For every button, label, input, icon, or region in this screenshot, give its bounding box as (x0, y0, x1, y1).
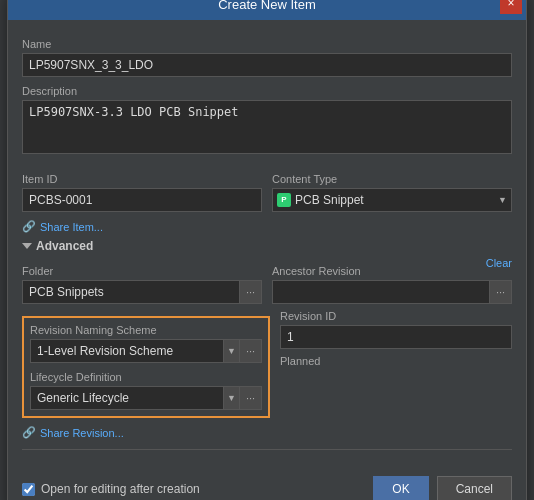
revision-naming-ellipsis-button[interactable]: ··· (240, 339, 262, 363)
share-icon: 🔗 (22, 220, 36, 233)
lifecycle-label: Lifecycle Definition (30, 371, 262, 383)
revision-id-section: Revision ID Planned (280, 310, 512, 418)
collapse-icon (22, 243, 32, 249)
orange-revision-row: Revision Naming Scheme 1-Level Revision … (22, 310, 512, 418)
share-revision-icon: 🔗 (22, 426, 36, 439)
lifecycle-select[interactable]: Generic Lifecycle (30, 386, 224, 410)
description-input[interactable]: LP5907SNX-3.3 LDO PCB Snippet (22, 100, 512, 154)
revision-id-input[interactable] (280, 325, 512, 349)
pcb-icon: P (277, 193, 291, 207)
ok-button[interactable]: OK (373, 476, 428, 500)
orange-box: Revision Naming Scheme 1-Level Revision … (22, 316, 270, 418)
item-id-section: Item ID (22, 165, 262, 212)
ancestor-wrapper: ··· (272, 280, 512, 304)
create-new-item-dialog: Create New Item × Name Description LP590… (7, 0, 527, 500)
item-id-input[interactable] (22, 188, 262, 212)
ancestor-ellipsis-button[interactable]: ··· (490, 280, 512, 304)
share-revision-label: Share Revision... (40, 427, 124, 439)
item-id-label: Item ID (22, 173, 262, 185)
ancestor-clear-button[interactable]: Clear (486, 257, 512, 280)
open-for-editing-label: Open for editing after creation (41, 482, 200, 496)
revision-naming-arrow-icon: ▼ (224, 339, 240, 363)
revision-naming-label: Revision Naming Scheme (30, 324, 262, 336)
folder-label: Folder (22, 265, 262, 277)
folder-section: Folder ··· (22, 257, 262, 304)
folder-wrapper: ··· (22, 280, 262, 304)
revision-id-label: Revision ID (280, 310, 512, 322)
ancestor-section: Ancestor Revision Clear ··· (272, 257, 512, 304)
button-group: OK Cancel (373, 476, 512, 500)
share-item-link[interactable]: 🔗 Share Item... (22, 220, 512, 233)
planned-status: Planned (280, 355, 512, 367)
item-id-content-type-row: Item ID Content Type P PCB Snippet ▼ (22, 165, 512, 212)
content-type-section: Content Type P PCB Snippet ▼ (272, 165, 512, 212)
content-type-wrapper: P PCB Snippet ▼ (272, 188, 512, 212)
dialog-body: Name Description LP5907SNX-3.3 LDO PCB S… (8, 20, 526, 470)
advanced-header[interactable]: Advanced (22, 239, 512, 253)
footer: Open for editing after creation OK Cance… (8, 470, 526, 500)
open-for-editing-row: Open for editing after creation (22, 482, 200, 496)
close-button[interactable]: × (500, 0, 522, 14)
content-type-label: Content Type (272, 173, 512, 185)
lifecycle-ellipsis-button[interactable]: ··· (240, 386, 262, 410)
dialog-title: Create New Item (218, 0, 316, 12)
lifecycle-arrow-icon: ▼ (224, 386, 240, 410)
content-type-arrow-icon: ▼ (498, 195, 507, 205)
name-input[interactable] (22, 53, 512, 77)
content-type-text: PCB Snippet (295, 193, 498, 207)
folder-ellipsis-button[interactable]: ··· (240, 280, 262, 304)
open-for-editing-checkbox[interactable] (22, 483, 35, 496)
share-item-label: Share Item... (40, 221, 103, 233)
content-type-select[interactable]: P PCB Snippet ▼ (272, 188, 512, 212)
lifecycle-wrapper: Generic Lifecycle ▼ ··· (30, 386, 262, 410)
description-label: Description (22, 85, 512, 97)
name-label: Name (22, 38, 512, 50)
close-icon: × (507, 0, 514, 10)
folder-input[interactable] (22, 280, 240, 304)
folder-ancestor-row: Folder ··· Ancestor Revision Clear ··· (22, 257, 512, 304)
revision-naming-wrapper: 1-Level Revision Scheme ▼ ··· (30, 339, 262, 363)
revision-naming-select[interactable]: 1-Level Revision Scheme (30, 339, 224, 363)
title-bar: Create New Item × (8, 0, 526, 20)
ancestor-label-row: Ancestor Revision Clear (272, 257, 512, 280)
share-revision-link[interactable]: 🔗 Share Revision... (22, 426, 512, 439)
cancel-button[interactable]: Cancel (437, 476, 512, 500)
ancestor-input[interactable] (272, 280, 490, 304)
ancestor-label: Ancestor Revision (272, 265, 361, 277)
item-id-wrapper (22, 188, 262, 212)
advanced-label: Advanced (36, 239, 93, 253)
divider (22, 449, 512, 450)
